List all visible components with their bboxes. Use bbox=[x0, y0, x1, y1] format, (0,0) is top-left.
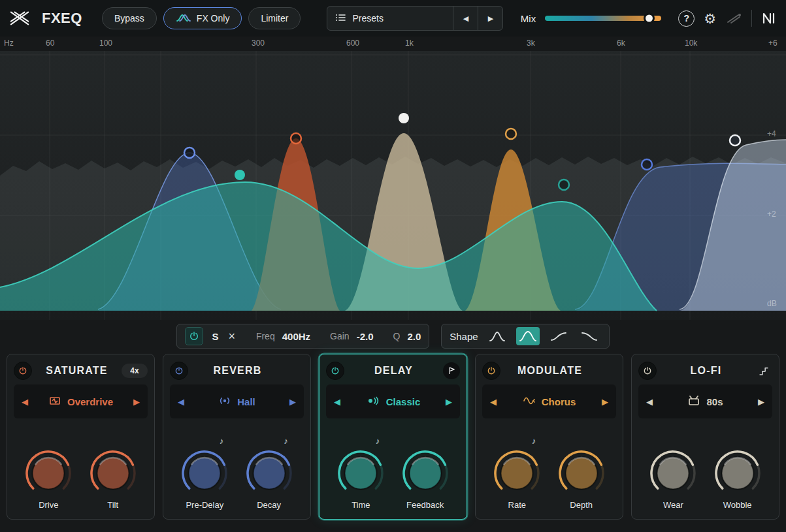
ruler-tick: 60 bbox=[46, 39, 54, 48]
bitcrush-stairs-icon[interactable] bbox=[755, 362, 772, 379]
mix-slider[interactable] bbox=[545, 16, 661, 21]
freq-value[interactable]: 400Hz bbox=[282, 331, 310, 342]
knob-label: Decay bbox=[257, 500, 281, 510]
note-sync-icon[interactable]: ♪ bbox=[220, 436, 224, 449]
ruler-tick: 1k bbox=[405, 39, 414, 48]
knob-label: Pre-Delay bbox=[186, 500, 223, 510]
note-sync-icon[interactable]: ♪ bbox=[284, 436, 288, 449]
fxeq-window: FXEQ Bypass FX Only Limiter bbox=[0, 0, 786, 532]
next-mode-button[interactable]: ▶ bbox=[125, 397, 148, 407]
settings-gear-icon[interactable]: ⚙ bbox=[704, 12, 716, 25]
lofi-power-button[interactable] bbox=[638, 362, 657, 380]
reverb-power-button[interactable] bbox=[170, 362, 188, 380]
ruler-tick: 3k bbox=[527, 39, 535, 48]
note-sync-icon[interactable]: ♪ bbox=[532, 436, 536, 449]
retro-tv-icon bbox=[687, 394, 700, 409]
band-handle-3[interactable] bbox=[291, 133, 301, 144]
band-handle-6[interactable] bbox=[559, 180, 569, 190]
gain-scale-label: +4 bbox=[767, 129, 776, 138]
next-mode-button[interactable]: ▶ bbox=[282, 397, 304, 407]
mix-slider-thumb[interactable] bbox=[644, 13, 655, 24]
mix-control: Mix bbox=[521, 13, 661, 24]
feedback-knob[interactable] bbox=[401, 449, 450, 497]
decay-knob[interactable] bbox=[245, 449, 293, 497]
delay-mode[interactable]: Classic bbox=[348, 394, 438, 409]
oversampling-badge[interactable]: 4x bbox=[122, 364, 148, 378]
modulate-power-button[interactable] bbox=[482, 362, 500, 380]
shape-low-shelf-button[interactable] bbox=[547, 327, 570, 345]
q-label: Q bbox=[393, 331, 401, 341]
prev-mode-button[interactable]: ◀ bbox=[170, 397, 192, 407]
band-delete-button[interactable]: × bbox=[227, 330, 237, 342]
ruler-tick: +6 bbox=[768, 39, 778, 48]
preset-prev-button[interactable]: ◀ bbox=[453, 7, 478, 30]
band-handle-1[interactable] bbox=[184, 148, 195, 158]
module-title: MODULATE bbox=[506, 365, 594, 377]
reverb-mode[interactable]: Hall bbox=[192, 394, 282, 409]
ruler-tick: Hz bbox=[4, 39, 14, 48]
prev-mode-button[interactable]: ◀ bbox=[482, 397, 504, 407]
module-title: LO-FI bbox=[662, 365, 750, 377]
preset-next-button[interactable]: ▶ bbox=[478, 7, 502, 30]
q-value[interactable]: 2.0 bbox=[407, 331, 421, 342]
next-mode-button[interactable]: ▶ bbox=[594, 397, 616, 407]
saturate-power-button[interactable] bbox=[14, 362, 32, 380]
shape-label: Shape bbox=[450, 331, 478, 342]
tilt-knob[interactable] bbox=[89, 449, 137, 497]
knob-label: Depth bbox=[570, 500, 593, 510]
band-solo-button[interactable]: S bbox=[210, 331, 220, 342]
ruler-tick: 6k bbox=[617, 39, 625, 48]
ping-pong-icon[interactable] bbox=[443, 362, 460, 379]
prev-mode-button[interactable]: ◀ bbox=[326, 397, 348, 407]
header-divider bbox=[751, 10, 752, 27]
mix-label: Mix bbox=[521, 13, 536, 24]
preset-selector: Presets ◀ ▶ bbox=[327, 6, 503, 31]
lofi-mode[interactable]: 80s bbox=[661, 394, 750, 409]
shape-pill: Shape bbox=[441, 324, 609, 349]
depth-knob[interactable] bbox=[557, 449, 606, 497]
band-handle-7[interactable] bbox=[642, 159, 652, 170]
prev-mode-button[interactable]: ◀ bbox=[638, 397, 661, 407]
shape-high-shelf-button[interactable] bbox=[578, 327, 601, 345]
band-power-button[interactable] bbox=[185, 327, 203, 345]
note-sync-icon[interactable]: ♪ bbox=[376, 436, 380, 449]
drive-knob[interactable] bbox=[24, 449, 73, 497]
limiter-button[interactable]: Limiter bbox=[248, 7, 301, 29]
next-mode-button[interactable]: ▶ bbox=[750, 397, 772, 407]
lofi-mode-selector: ◀ 80s ▶ bbox=[638, 384, 772, 418]
hall-icon bbox=[218, 394, 231, 409]
ni-logo-icon[interactable] bbox=[761, 10, 777, 26]
delay-power-button[interactable] bbox=[326, 362, 344, 380]
app-title: FXEQ bbox=[42, 10, 82, 27]
knob-label: Time bbox=[352, 500, 370, 510]
time-knob[interactable] bbox=[336, 449, 385, 497]
pre-delay-knob[interactable] bbox=[180, 449, 229, 497]
echo-icon bbox=[366, 394, 380, 409]
header-bar: FXEQ Bypass FX Only Limiter bbox=[0, 0, 786, 37]
next-mode-button[interactable]: ▶ bbox=[438, 397, 460, 407]
fx-only-button[interactable]: FX Only bbox=[163, 7, 242, 29]
wear-knob[interactable] bbox=[649, 449, 697, 497]
shape-narrow-bell-button[interactable] bbox=[485, 327, 509, 345]
saturate-mode[interactable]: Overdrive bbox=[36, 394, 125, 409]
bypass-button[interactable]: Bypass bbox=[102, 7, 157, 29]
prev-mode-button[interactable]: ◀ bbox=[14, 397, 36, 407]
knob-label: Feedback bbox=[406, 500, 444, 510]
band-handle-5[interactable] bbox=[506, 129, 516, 139]
preset-menu-button[interactable]: Presets bbox=[327, 7, 453, 30]
wobble-knob[interactable] bbox=[713, 449, 762, 497]
routing-icon[interactable] bbox=[725, 11, 742, 25]
gain-value[interactable]: -2.0 bbox=[357, 331, 374, 342]
eq-display[interactable]: +4 +2 dB bbox=[0, 51, 786, 320]
knob-label: Wobble bbox=[723, 500, 752, 510]
ruler-tick: 600 bbox=[346, 39, 359, 48]
modulate-mode[interactable]: Chorus bbox=[504, 395, 594, 409]
gain-label: Gain bbox=[330, 331, 350, 341]
rate-knob[interactable] bbox=[493, 449, 541, 497]
knob-label: Rate bbox=[508, 500, 526, 510]
band-handle-8[interactable] bbox=[730, 135, 740, 146]
band-handle-2[interactable] bbox=[235, 170, 245, 180]
band-handle-4[interactable] bbox=[399, 113, 409, 123]
help-icon[interactable]: ? bbox=[678, 10, 695, 27]
shape-wide-bell-button[interactable] bbox=[516, 327, 540, 345]
